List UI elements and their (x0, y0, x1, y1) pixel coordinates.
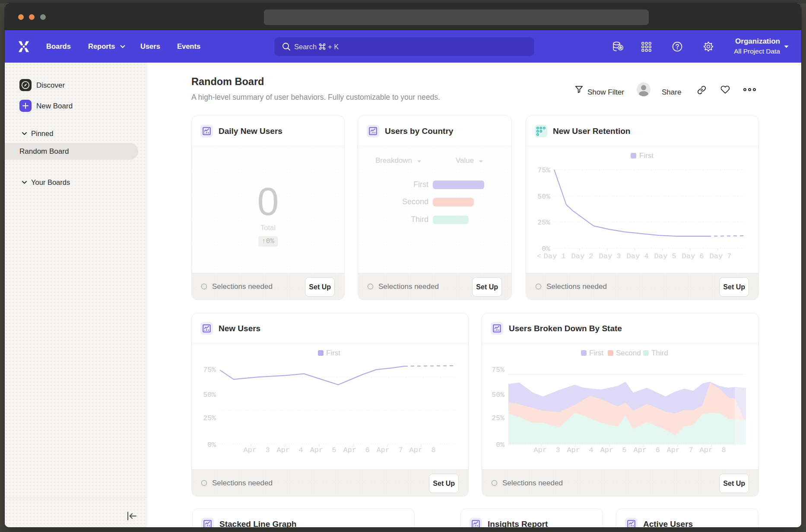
svg-text:Day 1: Day 1 (543, 252, 565, 260)
svg-text:75%: 75% (492, 366, 505, 374)
svg-text:First: First (326, 349, 340, 357)
svg-text:Apr 8: Apr 8 (409, 446, 435, 454)
svg-text:Apr 4: Apr 4 (567, 446, 593, 454)
svg-text:Apr 3: Apr 3 (243, 446, 270, 454)
svg-text:Day 3: Day 3 (599, 252, 621, 260)
svg-text:Apr 3: Apr 3 (533, 446, 560, 454)
svg-text:Apr 8: Apr 8 (699, 446, 726, 454)
svg-text:Day 2: Day 2 (571, 252, 593, 260)
svg-text:50%: 50% (537, 193, 550, 201)
svg-text:Apr 7: Apr 7 (376, 446, 403, 454)
svg-text:Day 4: Day 4 (626, 252, 648, 260)
svg-text:First: First (589, 349, 603, 357)
svg-text:75%: 75% (203, 366, 216, 374)
svg-text:Day 5: Day 5 (654, 252, 676, 260)
svg-text:Second: Second (616, 349, 641, 357)
svg-text:Day 6: Day 6 (682, 252, 704, 260)
svg-text:0%: 0% (496, 441, 505, 449)
svg-text:First: First (639, 152, 654, 160)
svg-text:50%: 50% (492, 391, 505, 399)
svg-text:50%: 50% (203, 391, 216, 399)
svg-text:Apr 6: Apr 6 (343, 446, 369, 454)
svg-text:25%: 25% (537, 218, 550, 227)
svg-text:Apr 5: Apr 5 (600, 446, 626, 454)
svg-text:<: < (537, 252, 541, 260)
svg-text:Apr 4: Apr 4 (276, 446, 303, 454)
svg-text:Day 7: Day 7 (709, 252, 731, 260)
svg-text:Apr 6: Apr 6 (633, 446, 660, 454)
svg-text:0%: 0% (207, 441, 216, 449)
svg-text:Apr 7: Apr 7 (666, 446, 693, 454)
svg-text:75%: 75% (537, 166, 550, 174)
svg-text:25%: 25% (203, 414, 216, 422)
svg-text:Apr 5: Apr 5 (310, 446, 336, 454)
svg-text:Third: Third (651, 349, 668, 357)
svg-text:25%: 25% (492, 414, 505, 422)
